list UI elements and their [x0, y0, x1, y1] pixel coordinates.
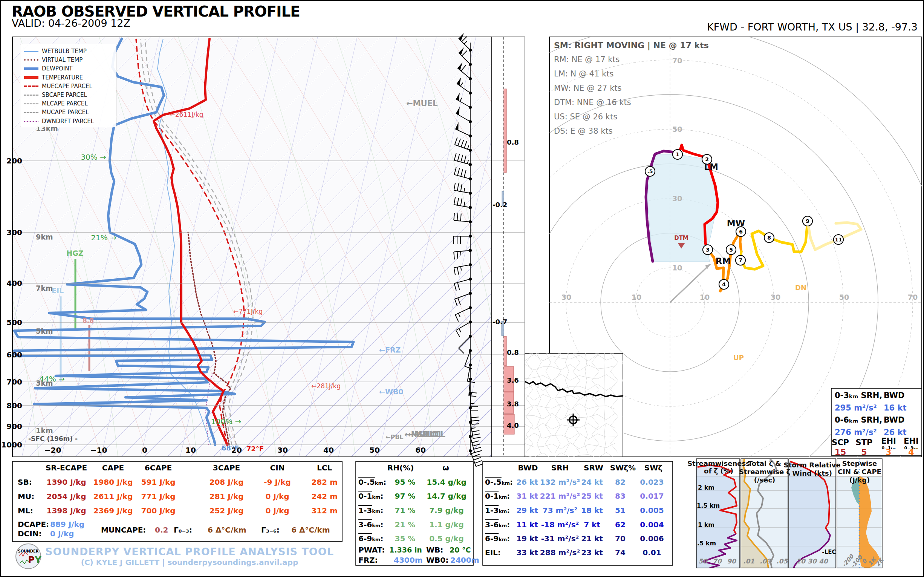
label: .05 — [776, 558, 788, 565]
label: 23 kt — [581, 548, 603, 557]
label: 18 kt — [581, 506, 603, 515]
label: 97 % — [395, 492, 416, 501]
label: (/sec) — [754, 476, 775, 484]
label: 25 kt — [581, 492, 603, 501]
omega--0.2: -0.2 — [493, 201, 507, 209]
row-label-6-9km: 6-9km: — [359, 534, 383, 543]
ehi1-value: 3 — [885, 447, 891, 457]
label: 282 m — [311, 477, 338, 487]
label: 2054 J/kg — [47, 492, 86, 501]
temp-tick: 40 — [323, 446, 334, 455]
svg-text:3: 3 — [706, 247, 709, 253]
motion-line-2: LM: N @ 41 kts — [554, 69, 614, 78]
svg-text:9: 9 — [806, 218, 809, 224]
label: 26 kt — [516, 477, 538, 487]
cape3-label: ←281J/kg — [311, 382, 341, 390]
col-cape: CAPE — [102, 463, 124, 472]
label: 312 m — [311, 506, 338, 515]
label: 33 kt — [516, 548, 538, 557]
rh-label-44: 44% → — [39, 374, 65, 384]
legend-item: TEMPERATURE — [24, 73, 83, 82]
el-cape-label: ←2611J/kg — [170, 111, 204, 118]
row-label-3-6km: 3-6km: — [485, 520, 510, 529]
label: 889 J/kg — [50, 520, 84, 529]
scp-label: SCP — [832, 438, 849, 447]
rh-label-100: 100% → — [211, 417, 241, 426]
ring-70r: 70 — [908, 293, 918, 301]
legend-item: VIRTUAL TEMP — [24, 56, 82, 64]
legend-item: MUECAPE PARCEL — [24, 82, 92, 90]
label: 30 — [808, 558, 817, 565]
lapse-3.6: 3.6 — [507, 376, 519, 384]
label: 1.1 g/kg — [429, 520, 464, 529]
ring-30: 30 — [672, 194, 682, 203]
legend-swatch-2 — [24, 68, 39, 70]
rh-label-30: 30% → — [81, 153, 106, 161]
label: 1.336 in — [389, 546, 422, 554]
row-dcape: DCAPE: — [18, 520, 49, 529]
height-7km: 7km — [36, 284, 53, 292]
lm-label: LM — [704, 162, 718, 172]
label: 24 kt — [581, 477, 603, 487]
label: 21 % — [395, 520, 416, 529]
ehi3-value: 4 — [908, 447, 914, 457]
frz-label: ←FRZ — [379, 346, 401, 354]
label: 82 — [615, 477, 625, 487]
label: 71 % — [395, 506, 416, 515]
omega-0.8: 0.8 — [507, 138, 519, 146]
ring-30r: 30 — [771, 293, 780, 301]
label: 62 — [615, 520, 625, 529]
height-9km: 9km — [36, 233, 53, 241]
label: 221 m²/s² — [540, 492, 580, 501]
ring-50r: 50 — [839, 293, 849, 301]
label: 31 kt — [516, 492, 538, 501]
lapse-3.8: 3.8 — [507, 400, 519, 408]
ring-50: 50 — [672, 125, 682, 133]
row-label-3-6km: 3-6km: — [359, 520, 383, 529]
label: 7 kt — [584, 520, 600, 529]
row-sb: SB: — [18, 477, 32, 487]
label: 2 km — [698, 484, 714, 491]
label: 35 % — [395, 534, 416, 543]
temp-tick: −10 — [90, 446, 107, 455]
temp-tick: −20 — [44, 446, 61, 455]
ring-10l: 10 — [632, 293, 641, 301]
label: 95 % — [395, 477, 416, 487]
col-omega: ω — [443, 463, 449, 472]
panel-d-title: Stepwise — [842, 459, 877, 467]
ehi1-label: EHI — [881, 437, 896, 446]
wb0-label: ←WB0 — [379, 388, 404, 396]
label: 2400m — [450, 556, 479, 564]
label: -18 m²/s² — [541, 520, 579, 529]
label: 2611 J/kg — [94, 492, 133, 501]
label: BWD — [884, 416, 905, 424]
label: 0 J/kg — [50, 529, 74, 538]
label: 4300m — [394, 556, 423, 564]
label: SWζ% — [610, 463, 636, 472]
label: SRW — [584, 463, 603, 472]
stp-value: 5 — [861, 447, 867, 457]
temp-tick: 0 — [142, 446, 147, 455]
omega--0.7: -0.7 — [493, 318, 507, 326]
legend-swatch-0 — [24, 51, 39, 52]
label: of ζ (%) — [704, 467, 733, 475]
label: 591 J/kg — [141, 477, 175, 487]
label: 73 m²/s² — [543, 506, 577, 515]
skewt-legend: WETBULB TEMPVIRTUAL TEMPDEWPOINTTEMPERAT… — [20, 44, 116, 127]
motion-line-0: SM: RIGHT MOVING | NE @ 17 kts — [554, 41, 709, 50]
motion-line-3: MW: NE @ 27 kts — [554, 84, 621, 93]
graphics-canvas: .512345678911 — [1, 1, 924, 577]
row-label-0-1km: 0-1km: — [485, 492, 510, 501]
srh3-value: 295 m²/s² — [835, 403, 877, 413]
lapse-8-8: 8.8 — [82, 317, 94, 324]
stp-label: STP — [856, 438, 873, 447]
srh6-value: 276 m²/s² — [835, 428, 877, 437]
label: 0.2 — [155, 525, 168, 534]
label: WB: — [426, 545, 443, 554]
label: CIN & CAPE — [838, 468, 881, 476]
pressure-300: 300 — [6, 228, 22, 237]
label: 1980 J/kg — [94, 477, 133, 487]
scp-value: 15 — [835, 447, 846, 457]
label: (J/kg) — [850, 476, 870, 484]
row-label-1-3km: 1-3km: — [485, 506, 510, 515]
